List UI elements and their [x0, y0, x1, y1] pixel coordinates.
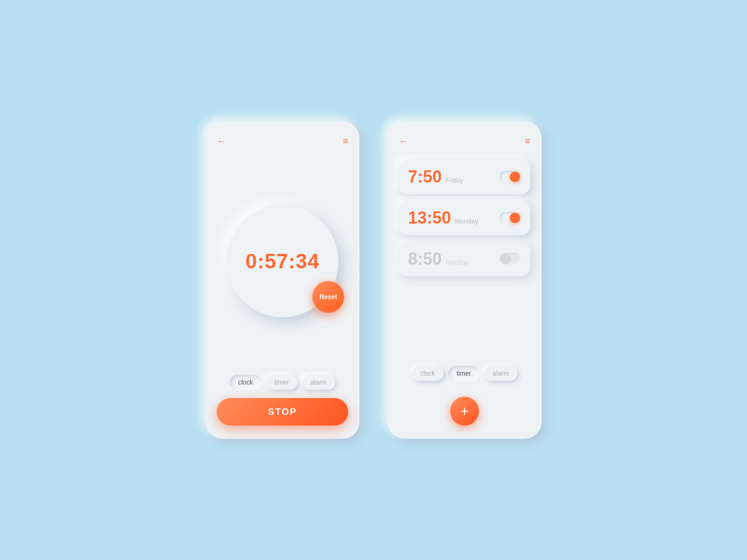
- right-back-button[interactable]: ←: [399, 136, 408, 146]
- left-menu-button[interactable]: ≡: [343, 136, 348, 146]
- left-nav-tabs: clock timer alarm: [217, 375, 348, 390]
- right-menu-button[interactable]: ≡: [525, 136, 530, 146]
- alarm-day-2: Monday: [455, 217, 478, 225]
- tab-timer-right[interactable]: timer: [448, 366, 479, 381]
- reset-button[interactable]: Reset: [312, 281, 344, 313]
- alarm-day-1: Friday: [445, 176, 464, 184]
- tab-clock-left[interactable]: clock: [230, 375, 261, 390]
- toggle-knob-3: [500, 254, 511, 264]
- alarm-time-3: 8:50: [408, 249, 442, 269]
- stop-button[interactable]: STOP: [217, 398, 348, 426]
- toggle-knob-2: [510, 213, 520, 223]
- left-header: ← ≡: [217, 136, 348, 146]
- add-alarm-button[interactable]: +: [450, 397, 479, 426]
- alarm-toggle-3[interactable]: [500, 253, 521, 265]
- tab-alarm-right[interactable]: alarm: [484, 366, 517, 381]
- alarm-toggle-1[interactable]: [500, 171, 521, 183]
- tab-alarm-left[interactable]: alarm: [302, 375, 335, 390]
- toggle-knob-1: [510, 172, 520, 182]
- alarm-time-block-1: 7:50 Friday: [408, 167, 464, 187]
- alarm-time-block-3: 8:50 Monday: [408, 249, 469, 269]
- left-back-button[interactable]: ←: [217, 136, 226, 146]
- tab-clock-right[interactable]: clock: [412, 366, 444, 381]
- alarm-day-3: Monday: [445, 259, 469, 266]
- left-phone-card: ← ≡ 0:57:34 Reset clock timer alarm STOP: [205, 121, 359, 439]
- timer-circle: 0:57:34 Reset: [226, 205, 338, 317]
- alarm-list: 7:50 Friday 13:50 Monday 8:50 Monday: [399, 157, 530, 357]
- alarm-time-block-2: 13:50 Monday: [408, 208, 478, 228]
- right-phone-card: ← ≡ 7:50 Friday 13:50 Monday: [388, 121, 542, 439]
- alarm-item-2: 13:50 Monday: [399, 201, 530, 235]
- timer-display: 0:57:34: [246, 250, 320, 273]
- alarm-item-1: 7:50 Friday: [399, 160, 530, 194]
- alarm-item-3: 8:50 Monday: [399, 242, 530, 276]
- alarm-time-1: 7:50: [408, 167, 442, 187]
- right-nav-tabs: clock timer alarm: [399, 366, 530, 381]
- right-header: ← ≡: [399, 136, 530, 146]
- timer-circle-wrap: 0:57:34 Reset: [217, 157, 348, 365]
- alarm-toggle-2[interactable]: [500, 212, 521, 224]
- tab-timer-left[interactable]: timer: [266, 375, 297, 390]
- alarm-time-2: 13:50: [408, 208, 451, 228]
